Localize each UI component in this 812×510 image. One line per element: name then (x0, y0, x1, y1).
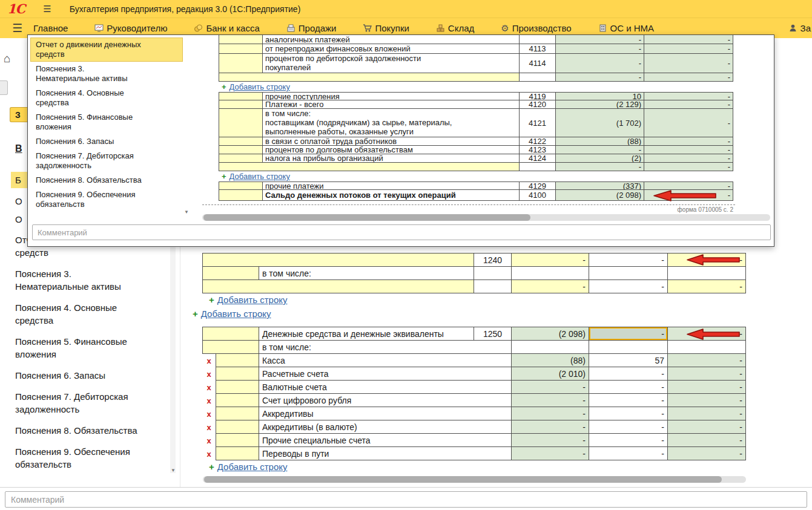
value-cell[interactable] (668, 341, 746, 354)
value-cell[interactable]: - (589, 434, 668, 447)
value-cell[interactable]: - (644, 154, 733, 163)
row-code-cell[interactable]: 4100 (520, 190, 556, 201)
value-cell[interactable]: - (668, 407, 746, 420)
overlay-comment-input[interactable] (32, 224, 771, 240)
value-cell[interactable]: (2 098) (556, 190, 644, 201)
overlay-list-item-cashflow-report[interactable]: Отчет о движении денежных средств (31, 38, 182, 61)
home-icon[interactable]: ⌂ (4, 52, 10, 65)
row-code-cell[interactable] (520, 163, 556, 171)
value-cell[interactable]: (2 010) (512, 367, 589, 381)
delete-row-mark[interactable]: x (202, 434, 216, 447)
value-cell[interactable]: - (589, 367, 668, 381)
row-name-cell[interactable]: аналогичных платежей (263, 35, 520, 44)
row-name-cell[interactable]: Прочие специальные счета (259, 434, 512, 447)
selected-value-cell[interactable]: - (589, 327, 668, 341)
row-name-cell[interactable]: Аккредитивы (259, 407, 512, 420)
value-cell[interactable]: - (589, 394, 668, 407)
back-button-fragment[interactable] (0, 80, 8, 95)
section-bank-cash[interactable]: Банк и касса (194, 23, 259, 33)
add-row-link[interactable]: + Добавить строку (219, 82, 733, 92)
cell[interactable] (219, 93, 263, 100)
cell[interactable] (216, 447, 259, 460)
value-cell[interactable]: - (644, 73, 733, 82)
row-code-cell[interactable] (474, 280, 512, 293)
value-cell[interactable]: (88) (556, 137, 644, 146)
row-code-cell[interactable]: 4122 (520, 137, 556, 146)
value-cell[interactable]: - (512, 381, 589, 394)
scrollbar-thumb[interactable] (203, 214, 530, 221)
sidebar-item-fragment[interactable]: О (15, 214, 22, 224)
row-name-cell[interactable]: Валютные счета (259, 381, 512, 394)
row-code-cell[interactable] (520, 35, 556, 44)
cell[interactable] (219, 100, 263, 109)
value-cell[interactable]: - (668, 381, 746, 394)
delete-row-mark[interactable]: x (202, 420, 216, 434)
row-code-cell[interactable]: 4124 (520, 154, 556, 163)
row-code-cell[interactable]: 4119 (520, 93, 556, 100)
row-name-cell[interactable]: Расчетные счета (259, 367, 512, 381)
overlay-list-item-explanation-7[interactable]: Пояснения 7. Дебиторская задолженность (31, 149, 182, 172)
sidebar-item-explanation-7[interactable]: Пояснения 7. Дебиторская задолженность (15, 390, 142, 416)
value-cell[interactable]: (2 098) (512, 327, 589, 341)
value-cell[interactable]: 10 (556, 93, 644, 100)
value-cell[interactable]: - (589, 407, 668, 420)
selected-sidebar-item-fragment[interactable]: Б (11, 172, 27, 188)
value-cell[interactable]: - (589, 253, 668, 267)
overlay-list-item-explanation-3[interactable]: Пояснения 3. Нематериальные активы (31, 62, 182, 85)
value-cell[interactable]: (2 129) (556, 100, 644, 109)
nav-link-fragment[interactable]: В (15, 143, 22, 154)
cell[interactable] (219, 182, 263, 190)
value-cell[interactable]: - (644, 100, 733, 109)
row-code-cell[interactable] (474, 267, 512, 280)
row-code-cell[interactable]: 4113 (520, 44, 556, 54)
row-name-cell[interactable]: в том числе: поставщикам (подрядчикам) з… (263, 109, 520, 137)
overlay-list-item-explanation-4[interactable]: Пояснения 4. Основные средства (31, 87, 182, 110)
overlay-list-item-explanation-8[interactable]: Пояснения 8. Обязательства (31, 174, 182, 187)
value-cell[interactable]: - (668, 354, 746, 367)
value-cell[interactable]: (1 702) (556, 109, 644, 137)
sidebar-item-fragment[interactable]: О (15, 196, 22, 206)
value-cell[interactable]: - (556, 73, 644, 82)
value-cell[interactable]: - (668, 367, 746, 381)
value-cell[interactable]: - (644, 109, 733, 137)
row-name-cell[interactable]: Переводы в пути (259, 447, 512, 460)
cell[interactable] (219, 154, 263, 163)
value-cell[interactable]: - (668, 394, 746, 407)
value-cell[interactable]: - (556, 163, 644, 171)
value-cell[interactable]: - (589, 447, 668, 460)
row-name-cell[interactable]: налога на прибыль организаций (263, 154, 520, 163)
value-cell[interactable]: - (644, 163, 733, 171)
cell[interactable] (216, 394, 259, 407)
main-menu-icon[interactable]: ☰ (43, 4, 51, 15)
subheader-cell[interactable]: в том числе: (259, 267, 474, 280)
row-name-cell[interactable]: Сальдо денежных потоков от текущих опера… (263, 190, 520, 201)
delete-row-mark[interactable]: x (202, 354, 216, 367)
value-cell[interactable] (589, 267, 668, 280)
overlay-list-item-explanation-5[interactable]: Пояснения 5. Финансовые вложения (31, 111, 182, 134)
yellow-button-fragment[interactable]: З (10, 107, 27, 122)
row-name-cell[interactable] (202, 280, 474, 293)
row-code-cell[interactable] (520, 73, 556, 82)
cell[interactable] (219, 146, 263, 154)
row-code-cell[interactable]: 4129 (520, 182, 556, 190)
value-cell[interactable]: - (556, 54, 644, 73)
cell[interactable] (216, 407, 259, 420)
row-code-cell[interactable]: 4120 (520, 100, 556, 109)
section-manager[interactable]: Руководителю (94, 23, 167, 33)
sidebar-item-explanation-3[interactable]: Пояснения 3. Нематериальные активы (15, 267, 142, 293)
row-name-cell[interactable]: Аккредитивы (в валюте) (259, 420, 512, 434)
cell[interactable] (216, 420, 259, 434)
delete-row-mark[interactable]: x (202, 394, 216, 407)
value-cell[interactable]: - (512, 394, 589, 407)
sections-menu-icon[interactable]: ☰ (12, 21, 22, 35)
row-name-cell[interactable]: Денежные средства и денежные эквиваленты (259, 327, 474, 341)
scrollbar-thumb[interactable] (204, 476, 722, 483)
value-cell[interactable]: - (668, 434, 746, 447)
delete-row-mark[interactable]: x (202, 381, 216, 394)
value-cell[interactable]: - (644, 54, 733, 73)
sidebar-scrollbar[interactable]: ▼ (170, 236, 176, 473)
value-cell[interactable]: - (556, 146, 644, 154)
cell[interactable] (216, 434, 259, 447)
value-cell[interactable]: - (644, 146, 733, 154)
value-cell[interactable] (589, 341, 668, 354)
